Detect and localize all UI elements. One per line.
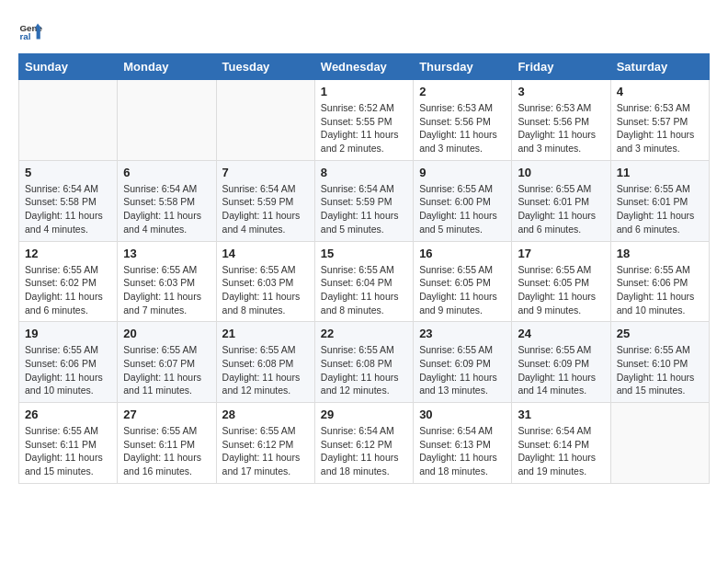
day-cell: 3Sunrise: 6:53 AM Sunset: 5:56 PM Daylig…: [512, 80, 610, 161]
day-cell: 4Sunrise: 6:53 AM Sunset: 5:57 PM Daylig…: [610, 80, 709, 161]
day-info: Sunrise: 6:52 AM Sunset: 5:55 PM Dayligh…: [321, 101, 407, 155]
day-info: Sunrise: 6:53 AM Sunset: 5:56 PM Dayligh…: [518, 101, 604, 155]
day-cell: 12Sunrise: 6:55 AM Sunset: 6:02 PM Dayli…: [19, 241, 118, 322]
day-info: Sunrise: 6:55 AM Sunset: 6:09 PM Dayligh…: [419, 343, 506, 397]
day-info: Sunrise: 6:55 AM Sunset: 6:06 PM Dayligh…: [25, 343, 111, 397]
header-wednesday: Wednesday: [314, 54, 413, 80]
day-number: 6: [123, 166, 210, 179]
day-number: 8: [321, 166, 407, 179]
day-cell: 16Sunrise: 6:55 AM Sunset: 6:05 PM Dayli…: [414, 241, 512, 322]
day-cell: [118, 80, 216, 161]
day-number: 30: [419, 408, 506, 421]
day-info: Sunrise: 6:55 AM Sunset: 6:00 PM Dayligh…: [419, 182, 506, 236]
day-number: 3: [518, 85, 604, 98]
week-row-5: 26Sunrise: 6:55 AM Sunset: 6:11 PM Dayli…: [19, 403, 710, 484]
day-number: 7: [222, 166, 309, 179]
day-info: Sunrise: 6:54 AM Sunset: 5:59 PM Dayligh…: [321, 182, 407, 236]
day-info: Sunrise: 6:55 AM Sunset: 6:08 PM Dayligh…: [222, 343, 309, 397]
day-cell: 23Sunrise: 6:55 AM Sunset: 6:09 PM Dayli…: [414, 322, 512, 403]
day-info: Sunrise: 6:55 AM Sunset: 6:07 PM Dayligh…: [123, 343, 210, 397]
day-cell: 15Sunrise: 6:55 AM Sunset: 6:04 PM Dayli…: [314, 241, 413, 322]
day-cell: 18Sunrise: 6:55 AM Sunset: 6:06 PM Dayli…: [610, 241, 709, 322]
day-cell: [19, 80, 118, 161]
logo-icon: Gene ral: [18, 18, 44, 44]
day-cell: 28Sunrise: 6:55 AM Sunset: 6:12 PM Dayli…: [216, 403, 314, 484]
day-number: 15: [321, 247, 407, 260]
day-info: Sunrise: 6:55 AM Sunset: 6:09 PM Dayligh…: [518, 343, 604, 397]
day-number: 1: [321, 85, 407, 98]
svg-text:ral: ral: [19, 31, 30, 41]
day-number: 19: [25, 327, 111, 340]
week-row-2: 5Sunrise: 6:54 AM Sunset: 5:58 PM Daylig…: [19, 160, 710, 241]
day-number: 24: [518, 327, 604, 340]
day-number: 11: [617, 166, 703, 179]
header-saturday: Saturday: [610, 54, 709, 80]
day-info: Sunrise: 6:54 AM Sunset: 6:12 PM Dayligh…: [321, 424, 407, 478]
day-cell: 20Sunrise: 6:55 AM Sunset: 6:07 PM Dayli…: [118, 322, 216, 403]
day-number: 18: [617, 247, 703, 260]
day-cell: 7Sunrise: 6:54 AM Sunset: 5:59 PM Daylig…: [216, 160, 314, 241]
day-cell: 8Sunrise: 6:54 AM Sunset: 5:59 PM Daylig…: [314, 160, 413, 241]
day-cell: 22Sunrise: 6:55 AM Sunset: 6:08 PM Dayli…: [314, 322, 413, 403]
day-info: Sunrise: 6:55 AM Sunset: 6:11 PM Dayligh…: [123, 424, 210, 478]
day-info: Sunrise: 6:55 AM Sunset: 6:02 PM Dayligh…: [25, 263, 111, 317]
logo: Gene ral: [18, 18, 48, 44]
day-cell: [216, 80, 314, 161]
day-number: 31: [518, 408, 604, 421]
day-info: Sunrise: 6:55 AM Sunset: 6:05 PM Dayligh…: [518, 263, 604, 317]
day-info: Sunrise: 6:55 AM Sunset: 6:01 PM Dayligh…: [617, 182, 703, 236]
day-info: Sunrise: 6:55 AM Sunset: 6:01 PM Dayligh…: [518, 182, 604, 236]
day-info: Sunrise: 6:53 AM Sunset: 5:57 PM Dayligh…: [617, 101, 703, 155]
day-number: 23: [419, 327, 506, 340]
header-tuesday: Tuesday: [216, 54, 314, 80]
day-info: Sunrise: 6:54 AM Sunset: 5:59 PM Dayligh…: [222, 182, 309, 236]
header-friday: Friday: [512, 54, 610, 80]
day-cell: 14Sunrise: 6:55 AM Sunset: 6:03 PM Dayli…: [216, 241, 314, 322]
day-info: Sunrise: 6:55 AM Sunset: 6:10 PM Dayligh…: [617, 343, 703, 397]
day-cell: 29Sunrise: 6:54 AM Sunset: 6:12 PM Dayli…: [314, 403, 413, 484]
week-row-4: 19Sunrise: 6:55 AM Sunset: 6:06 PM Dayli…: [19, 322, 710, 403]
day-number: 14: [222, 247, 309, 260]
day-info: Sunrise: 6:55 AM Sunset: 6:04 PM Dayligh…: [321, 263, 407, 317]
header-thursday: Thursday: [414, 54, 512, 80]
day-number: 10: [518, 166, 604, 179]
day-info: Sunrise: 6:55 AM Sunset: 6:12 PM Dayligh…: [222, 424, 309, 478]
day-cell: 2Sunrise: 6:53 AM Sunset: 5:56 PM Daylig…: [414, 80, 512, 161]
day-number: 22: [321, 327, 407, 340]
day-number: 13: [123, 247, 210, 260]
day-cell: [610, 403, 709, 484]
day-cell: 25Sunrise: 6:55 AM Sunset: 6:10 PM Dayli…: [610, 322, 709, 403]
day-cell: 6Sunrise: 6:54 AM Sunset: 5:58 PM Daylig…: [118, 160, 216, 241]
day-info: Sunrise: 6:55 AM Sunset: 6:06 PM Dayligh…: [617, 263, 703, 317]
day-cell: 13Sunrise: 6:55 AM Sunset: 6:03 PM Dayli…: [118, 241, 216, 322]
day-info: Sunrise: 6:55 AM Sunset: 6:05 PM Dayligh…: [419, 263, 506, 317]
page-header: Gene ral: [18, 18, 710, 44]
day-number: 2: [419, 85, 506, 98]
header-monday: Monday: [118, 54, 216, 80]
week-row-1: 1Sunrise: 6:52 AM Sunset: 5:55 PM Daylig…: [19, 80, 710, 161]
day-cell: 26Sunrise: 6:55 AM Sunset: 6:11 PM Dayli…: [19, 403, 118, 484]
day-cell: 11Sunrise: 6:55 AM Sunset: 6:01 PM Dayli…: [610, 160, 709, 241]
day-number: 17: [518, 247, 604, 260]
day-cell: 31Sunrise: 6:54 AM Sunset: 6:14 PM Dayli…: [512, 403, 610, 484]
day-number: 21: [222, 327, 309, 340]
day-number: 16: [419, 247, 506, 260]
day-info: Sunrise: 6:53 AM Sunset: 5:56 PM Dayligh…: [419, 101, 506, 155]
day-info: Sunrise: 6:54 AM Sunset: 5:58 PM Dayligh…: [123, 182, 210, 236]
day-number: 29: [321, 408, 407, 421]
day-cell: 19Sunrise: 6:55 AM Sunset: 6:06 PM Dayli…: [19, 322, 118, 403]
day-number: 20: [123, 327, 210, 340]
day-cell: 21Sunrise: 6:55 AM Sunset: 6:08 PM Dayli…: [216, 322, 314, 403]
calendar-header-row: SundayMondayTuesdayWednesdayThursdayFrid…: [19, 54, 710, 80]
day-cell: 5Sunrise: 6:54 AM Sunset: 5:58 PM Daylig…: [19, 160, 118, 241]
day-cell: 10Sunrise: 6:55 AM Sunset: 6:01 PM Dayli…: [512, 160, 610, 241]
day-number: 28: [222, 408, 309, 421]
day-number: 4: [617, 85, 703, 98]
day-cell: 30Sunrise: 6:54 AM Sunset: 6:13 PM Dayli…: [414, 403, 512, 484]
day-number: 12: [25, 247, 111, 260]
day-info: Sunrise: 6:54 AM Sunset: 6:13 PM Dayligh…: [419, 424, 506, 478]
day-info: Sunrise: 6:55 AM Sunset: 6:03 PM Dayligh…: [222, 263, 309, 317]
day-info: Sunrise: 6:54 AM Sunset: 6:14 PM Dayligh…: [518, 424, 604, 478]
header-sunday: Sunday: [19, 54, 118, 80]
day-number: 26: [25, 408, 111, 421]
